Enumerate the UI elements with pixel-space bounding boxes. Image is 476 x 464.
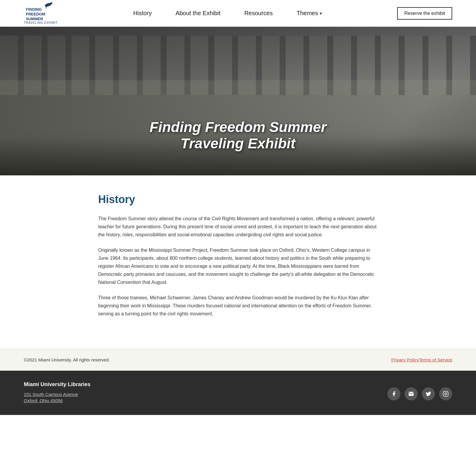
nav-resources[interactable]: Resources bbox=[244, 10, 273, 17]
chevron-down-icon: ▾ bbox=[320, 11, 322, 16]
history-paragraph-1: The Freedom Summer story altered the cou… bbox=[98, 215, 378, 239]
hero-text-block: Finding Freedom Summer Traveling Exhibit bbox=[150, 119, 327, 152]
address-line-2[interactable]: Oxford, Ohio 45056 bbox=[24, 398, 90, 403]
logo[interactable]: FINDING FREEDOM SUMMER Traveling Exhibit bbox=[24, 2, 58, 24]
footer-bottom: Miami University Libraries 151 South Cam… bbox=[0, 371, 476, 415]
hero-section: Finding Freedom Summer Traveling Exhibit bbox=[0, 27, 476, 175]
instagram-icon[interactable] bbox=[439, 387, 452, 400]
svg-text:SUMMER: SUMMER bbox=[26, 17, 43, 21]
terms-of-service-link[interactable]: Terms of Service bbox=[419, 357, 452, 362]
logo-subtitle: Traveling Exhibit bbox=[24, 21, 58, 24]
nav-themes[interactable]: Themes ▾ bbox=[297, 10, 322, 17]
svg-text:FREEDOM: FREEDOM bbox=[26, 12, 45, 16]
twitter-icon[interactable] bbox=[422, 387, 435, 400]
main-nav: History About the Exhibit Resources Them… bbox=[76, 10, 379, 17]
address-line-1[interactable]: 151 South Campus Avenue bbox=[24, 392, 90, 397]
social-icons-group bbox=[387, 387, 452, 400]
footer-legal-links: Privacy Policy Terms of Service bbox=[391, 357, 452, 362]
svg-point-7 bbox=[445, 393, 447, 395]
main-content: History The Freedom Summer story altered… bbox=[0, 175, 476, 349]
nav-themes-label: Themes bbox=[297, 10, 318, 17]
footer-org-info: Miami University Libraries 151 South Cam… bbox=[24, 381, 90, 404]
logo-svg: FINDING FREEDOM SUMMER bbox=[24, 2, 57, 22]
privacy-policy-link[interactable]: Privacy Policy bbox=[391, 357, 419, 362]
site-header: FINDING FREEDOM SUMMER Traveling Exhibit… bbox=[0, 0, 476, 27]
email-icon[interactable] bbox=[405, 387, 418, 400]
reserve-button[interactable]: Reserve the exhibit bbox=[397, 7, 452, 20]
nav-history[interactable]: History bbox=[133, 10, 152, 17]
hero-title-line1: Finding Freedom Summer bbox=[150, 119, 327, 135]
svg-rect-6 bbox=[443, 391, 448, 397]
svg-text:FINDING: FINDING bbox=[26, 7, 42, 12]
hero-title-line2: Traveling Exhibit bbox=[150, 135, 327, 152]
copyright-text: ©2021 Miami University. All rights reser… bbox=[24, 357, 110, 362]
nav-about[interactable]: About the Exhibit bbox=[176, 10, 220, 17]
history-paragraph-2: Originally known as the Mississippi Summ… bbox=[98, 246, 378, 287]
history-section-title: History bbox=[98, 193, 378, 206]
footer: ©2021 Miami University. All rights reser… bbox=[0, 349, 476, 415]
org-name: Miami University Libraries bbox=[24, 381, 90, 388]
footer-top: ©2021 Miami University. All rights reser… bbox=[0, 349, 476, 371]
facebook-icon[interactable] bbox=[387, 387, 400, 400]
hero-background bbox=[0, 27, 476, 175]
svg-point-8 bbox=[447, 392, 447, 393]
history-paragraph-3: Three of those trainees, Michael Schwern… bbox=[98, 294, 378, 318]
